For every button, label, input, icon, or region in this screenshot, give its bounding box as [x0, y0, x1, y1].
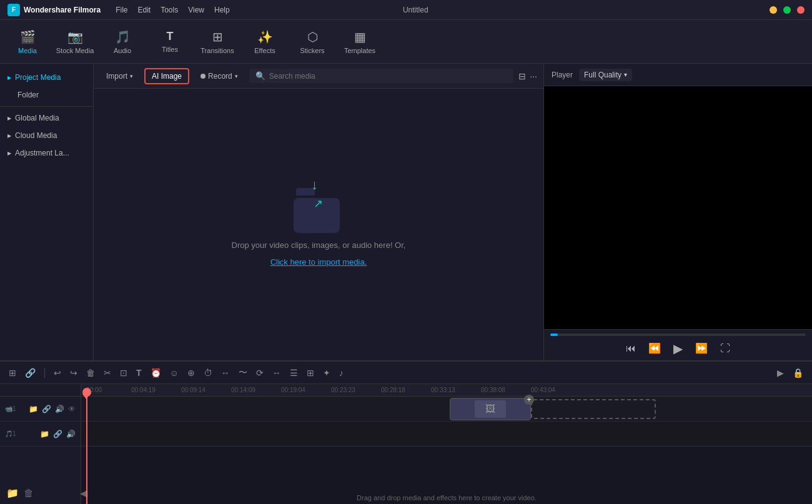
image-icon: 🖼	[485, 403, 495, 415]
timeline-marker-icon[interactable]: ✦	[320, 366, 333, 380]
drop-folder-icon: ↓ ↗	[294, 183, 344, 233]
player-header: Player Full Quality ▾	[544, 64, 812, 86]
search-bar[interactable]: 🔍	[249, 69, 514, 83]
timeline-lock-icon[interactable]: 🔒	[790, 366, 806, 380]
timeline-delete-icon[interactable]: 🗑	[84, 366, 97, 380]
media-clip-thumbnail[interactable]: 🖼 +	[450, 398, 531, 420]
media-actions: ⊟ ···	[518, 71, 537, 81]
toolbar-media[interactable]: 🎬 Media	[5, 23, 50, 61]
quality-selector[interactable]: Full Quality ▾	[579, 69, 632, 81]
media-drop-area[interactable]: ↓ ↗ Drop your video clips, images, or au…	[94, 89, 543, 360]
ruler-mark-3: 00:14:09	[231, 387, 255, 393]
video-eye-icon[interactable]: 👁	[68, 405, 76, 413]
transitions-icon: ⊞	[212, 29, 223, 44]
media-toolbar: Import ▾ AI Image Record ▾ 🔍 ⊟ ···	[94, 64, 543, 89]
ruler-mark-4: 00:19:04	[281, 387, 305, 393]
delete-icon[interactable]: 🗑	[24, 488, 34, 499]
timeline-layout-icon[interactable]: ☰	[287, 366, 300, 380]
toolbar-titles[interactable]: T Titles	[147, 23, 192, 61]
frame-forward-icon[interactable]: ⏩	[695, 342, 708, 354]
audio-volume-icon[interactable]: 🔊	[66, 430, 76, 438]
menu-view[interactable]: View	[188, 6, 204, 14]
timeline-audio-icon[interactable]: 〜	[236, 365, 250, 380]
timeline-toolbar: ⊞ 🔗 ↩ ↪ 🗑 ✂ ⊡ T ⏰ ☺ ⊕ ⏱ ↔ 〜 ⟳ ↔ ☰ ⊞ ✦ ♪ …	[0, 362, 812, 384]
timeline-track-rows: 🖼 + Drag and drop media and effects here…	[81, 397, 812, 504]
stickers-icon: ⬡	[307, 29, 318, 44]
add-folder-icon[interactable]: 📁	[6, 487, 19, 499]
step-back-icon[interactable]: ⏮	[626, 343, 636, 354]
ai-image-button[interactable]: AI Image	[144, 68, 189, 84]
timeline-add-icon[interactable]: ⊞	[6, 366, 19, 380]
timeline-connect-icon[interactable]: 🔗	[22, 366, 38, 380]
fullscreen-icon[interactable]: ⛶	[720, 343, 730, 354]
timeline-cut-icon[interactable]: ✂	[101, 366, 114, 380]
play-button[interactable]: ▶	[673, 341, 683, 356]
tl-divider-1	[44, 368, 45, 378]
toolbar-stock-media[interactable]: 📷 Stock Media	[52, 23, 97, 61]
video-add-icon[interactable]: 📁	[29, 405, 38, 413]
more-options-icon[interactable]: ···	[530, 71, 537, 81]
import-link[interactable]: Click here to import media.	[270, 257, 367, 267]
timeline-add2-icon[interactable]: ⊕	[185, 366, 197, 380]
logo-icon: F	[7, 4, 20, 16]
timeline-undo-icon[interactable]: ↩	[51, 366, 64, 380]
audio-link-icon[interactable]: 🔗	[53, 430, 62, 438]
menu-help[interactable]: Help	[214, 6, 230, 14]
player-label: Player	[552, 71, 573, 79]
sidebar-item-cloud-media[interactable]: ▶ Cloud Media	[0, 127, 93, 144]
sidebar-project-media-label: Project Media	[15, 73, 61, 82]
drop-text: Drop your video clips, images, or audio …	[232, 240, 406, 250]
timeline-grid-icon[interactable]: ⊞	[304, 366, 317, 380]
minimize-button[interactable]	[770, 6, 777, 14]
timeline-track-labels: 📹1 📁 🔗 🔊 👁 🎵1 📁 🔗 🔊	[0, 384, 81, 504]
player-panel: Player Full Quality ▾ ⏮ ⏪ ▶ ⏩ ⛶	[543, 64, 812, 360]
toolbar-templates[interactable]: ▦ Templates	[337, 23, 382, 61]
timeline-crop-icon[interactable]: ⊡	[117, 366, 130, 380]
timeline-zoom-icon[interactable]: ↔	[270, 366, 284, 380]
record-label: Record	[208, 72, 232, 81]
sidebar-item-global-media[interactable]: ▶ Global Media	[0, 109, 93, 127]
timeline-emoji-icon[interactable]: ☺	[167, 366, 181, 380]
video-volume-icon[interactable]: 🔊	[55, 405, 64, 413]
ai-image-label: AI Image	[152, 72, 182, 81]
timeline-timer-icon[interactable]: ⏰	[148, 366, 164, 380]
maximize-button[interactable]	[783, 6, 791, 14]
sidebar: ▶ Project Media Folder ▶ Global Media ▶ …	[0, 64, 94, 360]
sidebar-item-project-media[interactable]: ▶ Project Media	[0, 69, 93, 86]
ruler-mark-6: 00:28:18	[381, 387, 405, 393]
player-buttons: ⏮ ⏪ ▶ ⏩ ⛶	[544, 336, 812, 360]
close-button[interactable]	[797, 6, 805, 14]
search-input[interactable]	[269, 72, 508, 81]
timeline-redo-icon[interactable]: ↪	[67, 366, 80, 380]
menu-tools[interactable]: Tools	[161, 6, 178, 14]
filter-icon[interactable]: ⊟	[518, 71, 526, 81]
sidebar-item-folder[interactable]: Folder	[0, 86, 93, 104]
timeline-stretch-icon[interactable]: ↔	[219, 366, 232, 380]
timeline-play-icon[interactable]: ▶	[775, 366, 786, 380]
toolbar-transitions[interactable]: ⊞ Transitions	[195, 23, 240, 61]
video-link-icon[interactable]: 🔗	[42, 405, 51, 413]
sidebar-item-adjustment[interactable]: ▶ Adjustment La...	[0, 144, 93, 162]
toolbar-stock-label: Stock Media	[56, 47, 94, 54]
ruler-mark-9: 00:43:04	[531, 387, 555, 393]
menu-edit[interactable]: Edit	[137, 6, 151, 14]
frame-back-icon[interactable]: ⏪	[648, 342, 661, 354]
drag-hint-text: Drag and drop media and effects here to …	[357, 494, 537, 502]
ruler-mark-2: 00:09:14	[181, 387, 205, 393]
timeline-cursor	[86, 397, 87, 504]
toolbar-effects[interactable]: ✨ Effects	[242, 23, 287, 61]
record-button[interactable]: Record ▾	[194, 69, 244, 83]
timeline-stabilize-icon[interactable]: ⟳	[254, 366, 266, 380]
timeline-text-icon[interactable]: T	[134, 366, 144, 380]
timeline-music-icon[interactable]: ♪	[337, 366, 346, 380]
import-button[interactable]: Import ▾	[100, 69, 139, 83]
toolbar-stickers[interactable]: ⬡ Stickers	[290, 23, 335, 61]
arrow-right-icon: ↗	[314, 197, 323, 210]
menu-file[interactable]: File	[116, 6, 127, 14]
toolbar-audio[interactable]: 🎵 Audio	[100, 23, 145, 61]
timeline-speed-icon[interactable]: ⏱	[201, 366, 215, 380]
main-area: ▶ Project Media Folder ▶ Global Media ▶ …	[0, 64, 812, 360]
audio-add-icon[interactable]: 📁	[40, 430, 49, 438]
import-label: Import	[106, 72, 127, 81]
ruler-mark-7: 00:33:13	[431, 387, 455, 393]
